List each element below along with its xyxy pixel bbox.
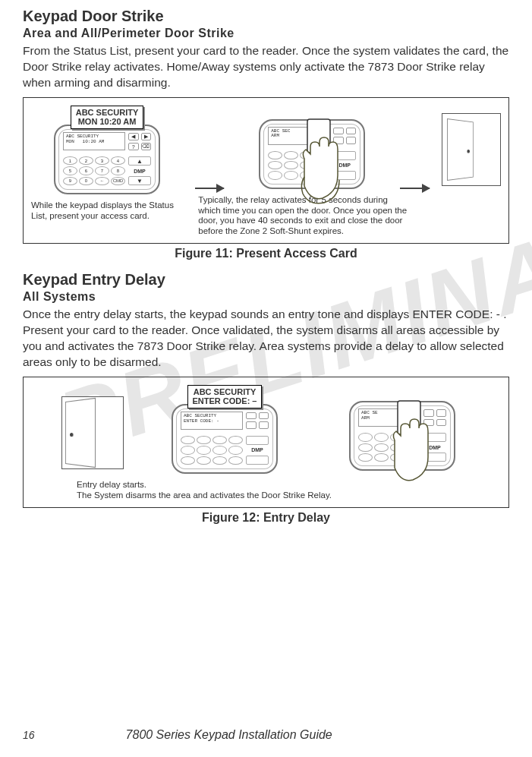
lcd-line1: ABC SECURITY (193, 387, 257, 397)
lcd-line1: ABC SECURITY (76, 108, 139, 118)
num-key: CMD (111, 177, 125, 185)
section2-heading: Keypad Entry Delay (23, 271, 509, 289)
keypad-right-col: ▲ DMP ▼ (128, 156, 151, 185)
figure11-caption: Figure 11: Present Access Card (23, 247, 509, 260)
section1-paragraph: From the Status List, present your card … (23, 43, 509, 91)
num-key: 6 (79, 166, 93, 175)
section1-heading: Keypad Door Strike (23, 8, 509, 25)
keypad-numeric: 1 2 3 4 5 6 7 8 9 0 ← CMD (63, 156, 125, 185)
num-key: 3 (95, 156, 109, 165)
figure11-lcd-tag: ABC SECURITY MON 10:20 AM (71, 106, 144, 129)
arrow-icon (400, 188, 429, 189)
keypad-softkeys: ◀ ▶ ? ⌫ (128, 133, 151, 150)
section1-subheading: Area and All/Perimeter Door Strike (23, 27, 509, 40)
door-icon (442, 113, 502, 186)
section2-subheading: All Systems (23, 290, 509, 304)
num-key: ← (95, 177, 109, 185)
keypad-illustration-left: ABC SECURITY MON 10:20 AM ◀ ▶ ? ⌫ 1 2 3 … (54, 125, 160, 194)
num-key: 9 (63, 177, 77, 185)
arrow-down-key: ▼ (128, 176, 151, 185)
keypad-illustration-hand2: ABC SE ARM DMP (349, 401, 455, 471)
keypad-lcd: ABC SECURITY MON 10:20 AM (63, 132, 125, 150)
softkey: ▶ (141, 133, 152, 140)
guide-title: 7800 Series Keypad Installation Guide (126, 728, 332, 742)
num-key: 1 (63, 156, 77, 165)
lcd-line2: ENTER CODE: – (193, 396, 257, 406)
num-key: 4 (111, 156, 125, 165)
page-footer: 16 7800 Series Keypad Installation Guide (23, 728, 509, 742)
keypad-lcd: ABC SECURITY ENTER CODE: - (181, 412, 243, 430)
figure12-caption: Figure 12: Entry Delay (23, 511, 509, 525)
softkey: ? (128, 143, 139, 150)
brand-label: DMP (128, 169, 151, 174)
arrow-up-key: ▲ (128, 156, 151, 166)
keypad-illustration-entry: ABC SECURITY ENTER CODE: - DMP (172, 404, 278, 474)
num-key: 5 (63, 166, 77, 175)
keypad-illustration-hand: ABC SEC ARM DMP (259, 119, 365, 189)
door-open-icon (61, 396, 124, 469)
num-key: 7 (95, 166, 109, 175)
hand-card-icon (297, 116, 350, 207)
num-key: 2 (79, 156, 93, 165)
figure12-box: ABC SECURITY ENTER CODE: – ABC SECURITY … (23, 377, 509, 508)
page-number: 16 (23, 729, 35, 741)
section2-paragraph: Once the entry delay starts, the keypad … (23, 307, 509, 371)
arrow-icon (195, 188, 224, 189)
figure11-left-caption: While the keypad displays the Status Lis… (31, 200, 183, 222)
num-key: 0 (79, 177, 93, 185)
figure12-lcd-tag: ABC SECURITY ENTER CODE: – (187, 385, 263, 408)
softkey: ⌫ (141, 143, 152, 150)
softkey: ◀ (128, 133, 139, 140)
figure11-box: ABC SECURITY MON 10:20 AM ABC SECURITY M… (23, 97, 509, 244)
page-content: Keypad Door Strike Area and All/Perimete… (23, 8, 509, 525)
hand-card-icon (387, 398, 440, 489)
lcd-line2: MON 10:20 AM (76, 117, 139, 127)
num-key: 8 (111, 166, 125, 175)
